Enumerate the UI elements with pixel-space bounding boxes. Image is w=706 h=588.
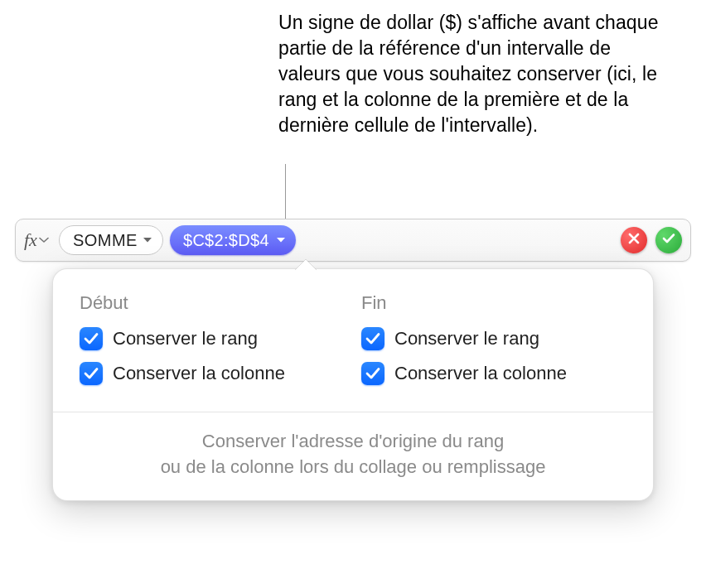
start-preserve-column-option[interactable]: Conserver la colonne [80,362,345,385]
checkbox-checked-icon [80,327,103,350]
divider [53,412,653,412]
function-name: SOMME [73,231,138,250]
cancel-button[interactable] [621,227,647,253]
popover-caret-icon [295,258,317,270]
footer-line-2: ou de la colonne lors du collage ou remp… [96,455,610,480]
check-icon [662,233,675,248]
range-reference-token[interactable]: $C$2:$D$4 [170,225,296,255]
end-preserve-row-option[interactable]: Conserver le rang [361,327,626,350]
footer-line-1: Conserver l'adresse d'origine du rang [96,429,610,455]
popover-footer-text: Conserver l'adresse d'origine du rang ou… [80,429,626,480]
range-reference-text: $C$2:$D$4 [183,231,269,250]
checkbox-checked-icon [361,327,384,350]
checkbox-checked-icon [80,362,103,385]
chevron-down-icon [39,237,49,243]
checkbox-label: Conserver le rang [113,328,258,349]
function-token[interactable]: SOMME [59,225,163,255]
close-icon [628,233,640,248]
end-column: Fin Conserver le rang Conserver la colon… [361,292,626,397]
callout-annotation: Un signe de dollar ($) s'affiche avant c… [278,10,668,138]
checkbox-label: Conserver la colonne [113,363,285,384]
preserve-reference-popover: Début Conserver le rang Conserver la col… [52,268,654,501]
end-preserve-column-option[interactable]: Conserver la colonne [361,362,626,385]
fx-menu[interactable]: fx [24,229,59,251]
start-preserve-row-option[interactable]: Conserver le rang [80,327,345,350]
checkbox-checked-icon [361,362,384,385]
checkbox-label: Conserver le rang [394,328,539,349]
end-header: Fin [361,292,626,314]
caret-down-icon [276,237,286,243]
start-header: Début [80,292,345,314]
checkbox-label: Conserver la colonne [394,363,567,384]
formula-bar: fx SOMME $C$2:$D$4 [15,219,691,262]
fx-label: fx [24,229,37,251]
formula-confirm-buttons [621,227,682,253]
accept-button[interactable] [655,227,682,253]
annotation-leader-line [285,164,286,227]
caret-down-icon [143,237,152,243]
start-column: Début Conserver le rang Conserver la col… [80,292,345,397]
editor-area: fx SOMME $C$2:$D$4 [15,219,691,262]
